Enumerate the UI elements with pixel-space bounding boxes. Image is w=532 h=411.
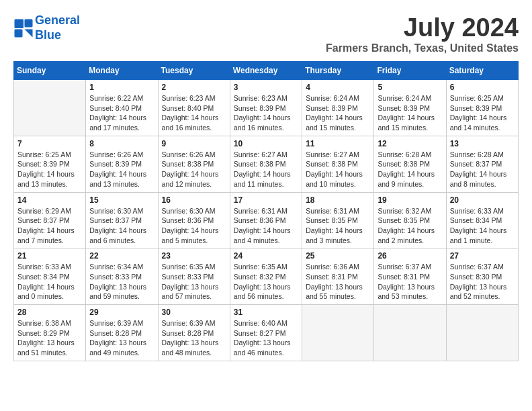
- svg-marker-4: [25, 29, 33, 37]
- day-number: 11: [306, 139, 370, 148]
- calendar-body: 1Sunrise: 6:22 AM Sunset: 8:40 PM Daylig…: [14, 80, 519, 361]
- day-number: 20: [450, 195, 515, 205]
- calendar-cell: 17Sunrise: 6:31 AM Sunset: 8:36 PM Dayli…: [230, 192, 302, 248]
- day-number: 9: [162, 139, 226, 148]
- day-info: Sunrise: 6:25 AM Sunset: 8:39 PM Dayligh…: [17, 150, 82, 189]
- calendar-cell: 20Sunrise: 6:33 AM Sunset: 8:34 PM Dayli…: [446, 192, 518, 248]
- day-number: 10: [234, 139, 298, 148]
- day-number: 3: [234, 83, 298, 92]
- day-number: 23: [162, 251, 226, 261]
- day-info: Sunrise: 6:23 AM Sunset: 8:39 PM Dayligh…: [234, 93, 298, 133]
- day-info: Sunrise: 6:24 AM Sunset: 8:39 PM Dayligh…: [306, 93, 370, 133]
- day-number: 29: [89, 308, 154, 317]
- week-row-2: 7Sunrise: 6:25 AM Sunset: 8:39 PM Daylig…: [14, 136, 519, 192]
- calendar-cell: 28Sunrise: 6:38 AM Sunset: 8:29 PM Dayli…: [14, 305, 86, 361]
- calendar-cell: 5Sunrise: 6:24 AM Sunset: 8:39 PM Daylig…: [374, 80, 446, 136]
- day-info: Sunrise: 6:22 AM Sunset: 8:40 PM Dayligh…: [89, 93, 154, 133]
- calendar-cell: 25Sunrise: 6:36 AM Sunset: 8:31 PM Dayli…: [302, 248, 374, 305]
- day-info: Sunrise: 6:34 AM Sunset: 8:33 PM Dayligh…: [89, 262, 154, 302]
- svg-rect-2: [25, 19, 33, 27]
- calendar-cell: 30Sunrise: 6:39 AM Sunset: 8:28 PM Dayli…: [158, 305, 230, 361]
- day-info: Sunrise: 6:37 AM Sunset: 8:30 PM Dayligh…: [450, 262, 515, 302]
- calendar-cell: [374, 305, 446, 361]
- day-number: 19: [378, 195, 442, 205]
- day-info: Sunrise: 6:37 AM Sunset: 8:31 PM Dayligh…: [378, 262, 442, 302]
- day-number: 21: [17, 251, 82, 261]
- day-info: Sunrise: 6:39 AM Sunset: 8:28 PM Dayligh…: [162, 318, 226, 358]
- day-info: Sunrise: 6:40 AM Sunset: 8:27 PM Dayligh…: [234, 318, 298, 358]
- day-info: Sunrise: 6:38 AM Sunset: 8:29 PM Dayligh…: [17, 318, 82, 358]
- calendar-cell: 31Sunrise: 6:40 AM Sunset: 8:27 PM Dayli…: [230, 305, 302, 361]
- calendar-cell: 26Sunrise: 6:37 AM Sunset: 8:31 PM Dayli…: [374, 248, 446, 305]
- week-row-3: 14Sunrise: 6:29 AM Sunset: 8:37 PM Dayli…: [14, 192, 519, 248]
- day-number: 6: [450, 83, 515, 92]
- month-year-title: July 2024: [326, 13, 519, 42]
- day-info: Sunrise: 6:35 AM Sunset: 8:33 PM Dayligh…: [162, 262, 226, 302]
- calendar-cell: 18Sunrise: 6:31 AM Sunset: 8:35 PM Dayli…: [302, 192, 374, 248]
- logo-icon: [13, 18, 34, 38]
- day-number: 13: [450, 139, 515, 148]
- column-header-monday: Monday: [86, 62, 158, 80]
- calendar-cell: 13Sunrise: 6:28 AM Sunset: 8:37 PM Dayli…: [446, 136, 518, 192]
- calendar-cell: 27Sunrise: 6:37 AM Sunset: 8:30 PM Dayli…: [446, 248, 518, 305]
- day-number: 28: [17, 308, 82, 317]
- svg-rect-1: [15, 19, 24, 28]
- calendar-cell: 10Sunrise: 6:27 AM Sunset: 8:38 PM Dayli…: [230, 136, 302, 192]
- day-number: 25: [306, 251, 370, 261]
- day-info: Sunrise: 6:36 AM Sunset: 8:31 PM Dayligh…: [306, 262, 370, 302]
- day-info: Sunrise: 6:28 AM Sunset: 8:37 PM Dayligh…: [450, 150, 515, 189]
- day-info: Sunrise: 6:29 AM Sunset: 8:37 PM Dayligh…: [17, 206, 82, 246]
- day-number: 14: [17, 195, 82, 205]
- calendar-cell: 12Sunrise: 6:28 AM Sunset: 8:38 PM Dayli…: [374, 136, 446, 192]
- day-info: Sunrise: 6:30 AM Sunset: 8:37 PM Dayligh…: [89, 206, 154, 246]
- column-header-thursday: Thursday: [302, 62, 374, 80]
- calendar-cell: [14, 80, 86, 136]
- day-info: Sunrise: 6:23 AM Sunset: 8:40 PM Dayligh…: [162, 93, 226, 133]
- svg-rect-3: [15, 29, 23, 37]
- day-info: Sunrise: 6:32 AM Sunset: 8:35 PM Dayligh…: [378, 206, 442, 246]
- calendar-cell: 8Sunrise: 6:26 AM Sunset: 8:39 PM Daylig…: [86, 136, 158, 192]
- calendar-cell: 3Sunrise: 6:23 AM Sunset: 8:39 PM Daylig…: [230, 80, 302, 136]
- calendar-cell: [446, 305, 518, 361]
- day-number: 2: [162, 83, 226, 92]
- day-info: Sunrise: 6:25 AM Sunset: 8:39 PM Dayligh…: [450, 93, 515, 133]
- logo-text: General Blue: [35, 13, 80, 42]
- day-info: Sunrise: 6:27 AM Sunset: 8:38 PM Dayligh…: [306, 150, 370, 189]
- day-info: Sunrise: 6:24 AM Sunset: 8:39 PM Dayligh…: [378, 93, 442, 133]
- day-number: 24: [234, 251, 298, 261]
- calendar-cell: 4Sunrise: 6:24 AM Sunset: 8:39 PM Daylig…: [302, 80, 374, 136]
- day-number: 8: [89, 139, 154, 148]
- logo: General Blue: [13, 13, 80, 42]
- day-info: Sunrise: 6:31 AM Sunset: 8:35 PM Dayligh…: [306, 206, 370, 246]
- week-row-1: 1Sunrise: 6:22 AM Sunset: 8:40 PM Daylig…: [14, 80, 519, 136]
- calendar-cell: 21Sunrise: 6:33 AM Sunset: 8:34 PM Dayli…: [14, 248, 86, 305]
- day-info: Sunrise: 6:31 AM Sunset: 8:36 PM Dayligh…: [234, 206, 298, 246]
- column-header-tuesday: Tuesday: [158, 62, 230, 80]
- header-row: SundayMondayTuesdayWednesdayThursdayFrid…: [14, 62, 519, 80]
- day-number: 5: [378, 83, 442, 92]
- calendar-cell: 7Sunrise: 6:25 AM Sunset: 8:39 PM Daylig…: [14, 136, 86, 192]
- day-info: Sunrise: 6:33 AM Sunset: 8:34 PM Dayligh…: [450, 206, 515, 246]
- day-info: Sunrise: 6:33 AM Sunset: 8:34 PM Dayligh…: [17, 262, 82, 302]
- calendar-cell: 1Sunrise: 6:22 AM Sunset: 8:40 PM Daylig…: [86, 80, 158, 136]
- location-subtitle: Farmers Branch, Texas, United States: [326, 42, 519, 54]
- day-number: 30: [162, 308, 226, 317]
- day-number: 31: [234, 308, 298, 317]
- calendar-cell: 6Sunrise: 6:25 AM Sunset: 8:39 PM Daylig…: [446, 80, 518, 136]
- calendar-table: SundayMondayTuesdayWednesdayThursdayFrid…: [13, 61, 519, 361]
- column-header-friday: Friday: [374, 62, 446, 80]
- day-number: 15: [89, 195, 154, 205]
- column-header-sunday: Sunday: [14, 62, 86, 80]
- column-header-saturday: Saturday: [446, 62, 518, 80]
- week-row-4: 21Sunrise: 6:33 AM Sunset: 8:34 PM Dayli…: [14, 248, 519, 305]
- calendar-header: SundayMondayTuesdayWednesdayThursdayFrid…: [14, 62, 519, 80]
- day-number: 26: [378, 251, 442, 261]
- calendar-cell: [302, 305, 374, 361]
- column-header-wednesday: Wednesday: [230, 62, 302, 80]
- day-info: Sunrise: 6:28 AM Sunset: 8:38 PM Dayligh…: [378, 150, 442, 189]
- day-info: Sunrise: 6:26 AM Sunset: 8:38 PM Dayligh…: [162, 150, 226, 189]
- calendar-cell: 11Sunrise: 6:27 AM Sunset: 8:38 PM Dayli…: [302, 136, 374, 192]
- calendar-cell: 16Sunrise: 6:30 AM Sunset: 8:36 PM Dayli…: [158, 192, 230, 248]
- day-number: 27: [450, 251, 515, 261]
- day-info: Sunrise: 6:27 AM Sunset: 8:38 PM Dayligh…: [234, 150, 298, 189]
